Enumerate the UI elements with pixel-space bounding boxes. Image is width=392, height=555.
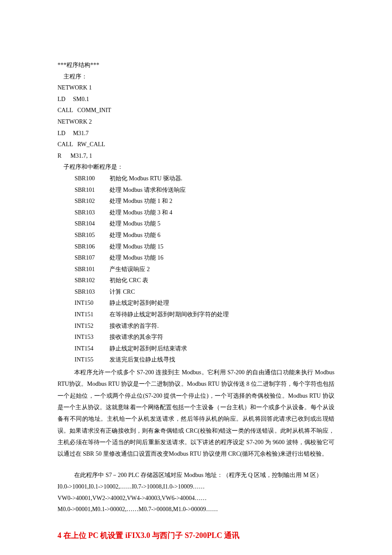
subprogram-desc: 产生错误响应 2 <box>110 264 150 275</box>
subprogram-row: SBR103处理 Modbus 功能 3 和 4 <box>58 207 334 219</box>
sub-program-label: 子程序和中断程序是： <box>58 162 334 173</box>
subprogram-code: SBR105 <box>75 230 110 241</box>
subprogram-row: SBR102处理 Modbus 功能 1 和 2 <box>58 196 334 207</box>
subprogram-row: SBR105处理 Modbus 功能 6 <box>58 230 334 241</box>
description-paragraph: 本程序允许一个或多个 S7-200 连接到主 Modbus。它利用 S7-200… <box>58 367 334 460</box>
subprogram-code: SBR103 <box>75 286 110 298</box>
subprogram-desc: 处理 Modbus 功能 15 <box>110 241 163 253</box>
subprogram-row: INT153接收请求的其余字符 <box>58 332 334 343</box>
subprogram-desc: 初始化 CRC 表 <box>110 275 148 286</box>
subprogram-desc: 处理 Modbus 功能 1 和 2 <box>110 196 172 207</box>
subprogram-code: INT153 <box>75 332 110 343</box>
address-line: M0.0->00001,M0.1->00002,……M0.7->00008,M1… <box>58 504 334 515</box>
heading-ifix: iFIX3.0 <box>125 531 150 540</box>
subprogram-code: SBR102 <box>75 275 110 286</box>
subprogram-row: SBR107处理 Modbus 功能 16 <box>58 252 334 264</box>
heading-text-post: 与西门子 S7-200PLC 通讯 <box>150 531 240 540</box>
subprogram-row: SBR103计算 CRC <box>58 286 334 298</box>
subprogram-desc: 静止线定时器到时处理 <box>110 298 169 309</box>
subprogram-code: SBR104 <box>75 218 110 230</box>
subprogram-code: INT151 <box>75 309 110 321</box>
subprogram-code: INT155 <box>75 354 110 366</box>
subprogram-row: INT150静止线定时器到时处理 <box>58 298 334 309</box>
main-prog-line: NETWORK 1 <box>58 82 334 94</box>
subprogram-desc: 处理 Modbus 功能 3 和 4 <box>110 207 172 219</box>
heading-text-pre: 在上位 PC 机设置 <box>63 531 126 540</box>
subprogram-code: SBR106 <box>75 241 110 253</box>
subprogram-desc: 处理 Modbus 功能 5 <box>110 218 160 230</box>
address-line: VW0->40001,VW2->40002,VW4->40003,VW6->40… <box>58 493 334 504</box>
subprogram-row: SBR101处理 Modbus 请求和传送响应 <box>58 185 334 196</box>
main-prog-line: CALL COMM_INIT <box>58 105 334 116</box>
subprogram-code: INT154 <box>75 343 110 355</box>
subprogram-desc: 初始化 Modbus RTU 驱动器. <box>110 173 182 185</box>
subprogram-desc: 在等待静止线定时器到时期间收到字符的处理 <box>110 309 229 321</box>
subprogram-desc: 静止线定时器到时后结束请求 <box>110 343 187 355</box>
subprogram-desc: 接收请求的首字符. <box>110 321 159 332</box>
subprogram-code: SBR107 <box>75 252 110 264</box>
subprogram-row: SBR101产生错误响应 2 <box>58 264 334 275</box>
subprogram-code: SBR103 <box>75 207 110 219</box>
subprogram-desc: 处理 Modbus 功能 6 <box>110 230 160 241</box>
main-prog-line: NETWORK 2 <box>58 116 334 128</box>
section-heading: 4 在上位 PC 机设置 iFIX3.0 与西门子 S7-200PLC 通讯 <box>58 528 334 543</box>
main-prog-line: LD SM0.1 <box>58 94 334 105</box>
subprogram-code: SBR102 <box>75 196 110 207</box>
subprogram-row: INT154静止线定时器到时后结束请求 <box>58 343 334 355</box>
address-header: 在此程序中 S7－200 PLC 存储器区域对应 Modbus 地址：（程序无 … <box>58 470 334 481</box>
heading-number: 4 <box>58 531 61 540</box>
subprogram-code: INT150 <box>75 298 110 309</box>
subprogram-code: SBR100 <box>75 173 110 185</box>
subprogram-desc: 处理 Modbus 功能 16 <box>110 252 163 264</box>
address-block: 在此程序中 S7－200 PLC 存储器区域对应 Modbus 地址：（程序无 … <box>58 470 334 515</box>
main-prog-line: R M31.7, 1 <box>58 150 334 162</box>
subprogram-row: SBR102初始化 CRC 表 <box>58 275 334 286</box>
subprogram-row: INT152接收请求的首字符. <box>58 321 334 332</box>
subprogram-row: INT151在等待静止线定时器到时期间收到字符的处理 <box>58 309 334 321</box>
subprogram-row: INT155发送完后复位静止线寻找 <box>58 354 334 366</box>
subprogram-code: SBR101 <box>75 185 110 196</box>
main-prog-line: LD M31.7 <box>58 128 334 139</box>
subprogram-desc: 接收请求的其余字符 <box>110 332 163 343</box>
subprogram-row: SBR106处理 Modbus 功能 15 <box>58 241 334 253</box>
subprogram-desc: 处理 Modbus 请求和传送响应 <box>110 185 186 196</box>
subprogram-row: SBR104处理 Modbus 功能 5 <box>58 218 334 230</box>
main-prog-line: CALL RW_CALL <box>58 139 334 150</box>
subprogram-desc: 计算 CRC <box>110 286 135 298</box>
program-structure-header: ***程序结构*** <box>58 60 334 71</box>
main-program-label: 主程序： <box>58 71 334 83</box>
subprogram-row: SBR100初始化 Modbus RTU 驱动器. <box>58 173 334 185</box>
address-line: I0.0->10001,I0.1->10002,……I0.7->10008,I1… <box>58 481 334 493</box>
subprogram-code: SBR101 <box>75 264 110 275</box>
subprogram-desc: 发送完后复位静止线寻找 <box>110 354 175 366</box>
subprogram-code: INT152 <box>75 321 110 332</box>
